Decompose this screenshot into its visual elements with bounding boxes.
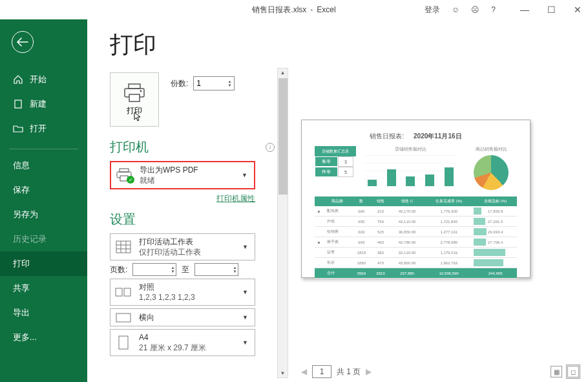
settings-section-title: 设置 [110, 211, 275, 228]
svg-point-4 [140, 90, 142, 92]
chevron-down-icon: ▼ [242, 244, 248, 250]
window-maximize[interactable]: ☐ [547, 5, 556, 15]
print-preview-page: 销售日报表: 2020年11月16日 店铺数量汇总表 客单3 件单5 店铺销售额… [301, 120, 530, 278]
show-margins-button[interactable]: ▦ [551, 366, 562, 377]
sidebar-item-open[interactable]: 打开 [0, 116, 87, 141]
orientation-dropdown[interactable]: 横向 ▼ [110, 308, 255, 326]
svg-rect-1 [129, 84, 140, 89]
svg-rect-12 [119, 336, 128, 349]
titlebar: 销售日报表.xlsx - Excel 登录 ☺ ☹ ? — ☐ ✕ [0, 0, 588, 19]
svg-rect-10 [124, 288, 131, 296]
page-to-input[interactable]: ▲▼ [194, 263, 238, 276]
info-icon[interactable]: i [266, 143, 275, 152]
paper-sub: 21 厘米 x 29.7 厘米 [139, 343, 236, 353]
printer-section-title: 打印机 [110, 138, 149, 156]
new-icon [13, 99, 23, 109]
paper-main: A4 [139, 332, 236, 343]
login-link[interactable]: 登录 [425, 5, 440, 16]
check-icon: ✓ [127, 176, 134, 184]
page-total-label: 共 1 页 [337, 366, 361, 377]
sidebar-item-home[interactable]: 开始 [0, 67, 87, 92]
chevron-down-icon: ▼ [242, 172, 247, 178]
paper-dropdown[interactable]: A4 21 厘米 x 29.7 厘米 ▼ [110, 329, 255, 356]
collate-main: 对照 [139, 282, 236, 292]
chevron-down-icon: ▼ [242, 289, 248, 295]
collate-icon [114, 286, 132, 298]
sidebar-item-label: 共享 [13, 282, 30, 294]
face-sad-icon[interactable]: ☹ [471, 5, 479, 14]
sidebar-item-label: 开始 [30, 74, 47, 85]
window-close[interactable]: ✕ [574, 5, 582, 15]
settings-scrollbar[interactable]: ▲ ▼ [277, 68, 288, 378]
collate-sub: 1,2,3 1,2,3 1,2,3 [139, 292, 236, 302]
svg-rect-0 [15, 100, 21, 108]
window-minimize[interactable]: — [520, 5, 529, 15]
prev-page-button[interactable]: ◀ [301, 367, 307, 376]
scope-main: 打印活动工作表 [139, 237, 236, 247]
sidebar-item-label: 更多... [13, 332, 37, 343]
sidebar-item-new[interactable]: 新建 [0, 92, 87, 116]
help-icon[interactable]: ? [491, 5, 496, 14]
file-name: 销售日报表.xlsx [252, 5, 306, 16]
sidebar-item-history: 历史记录 [0, 227, 87, 251]
app-name: Excel [317, 5, 335, 14]
spinner-icon[interactable]: ▲▼ [233, 266, 236, 273]
page-number-input[interactable]: 1 [312, 365, 331, 378]
sidebar-item-saveas[interactable]: 另存为 [0, 202, 87, 227]
sidebar-item-label: 导出 [13, 307, 30, 319]
page-from-input[interactable]: ▲▼ [132, 263, 176, 276]
chevron-down-icon: ▼ [242, 339, 248, 346]
copies-value: 1 [196, 79, 201, 88]
sidebar-item-print[interactable]: 打印 [0, 251, 87, 276]
backstage-sidebar: 开始 新建 打开 信息 保存 另存为 历史记录 打印 共享 导出 更多... [0, 19, 87, 382]
svg-rect-8 [116, 241, 131, 253]
preview-pie-chart [474, 155, 509, 190]
svg-rect-5 [120, 169, 129, 172]
print-scope-dropdown[interactable]: 打印活动工作表 仅打印活动工作表 ▼ [110, 233, 255, 260]
cursor-icon [134, 112, 143, 122]
chevron-down-icon: ▼ [242, 314, 248, 321]
print-button[interactable]: 打印 [110, 72, 159, 127]
scrollbar-thumb[interactable] [278, 78, 288, 195]
svg-rect-9 [116, 288, 122, 296]
orientation-icon [114, 312, 132, 323]
sidebar-item-label: 信息 [13, 160, 30, 171]
scroll-down-icon[interactable]: ▼ [280, 370, 286, 376]
spinner-icon[interactable]: ▲▼ [171, 266, 174, 273]
copies-input[interactable]: 1 ▲▼ [193, 76, 235, 90]
printer-dropdown[interactable]: ✓ 导出为WPS PDF 就绪 ▼ [110, 161, 255, 189]
svg-rect-11 [116, 313, 131, 322]
sidebar-item-label: 保存 [13, 184, 30, 196]
sidebar-item-info[interactable]: 信息 [0, 153, 87, 178]
sidebar-item-more[interactable]: 更多... [0, 325, 87, 350]
spinner-icon[interactable]: ▲▼ [227, 80, 231, 87]
page-title: 打印 [110, 29, 275, 61]
sidebar-item-share[interactable]: 共享 [0, 276, 87, 301]
collate-dropdown[interactable]: 对照 1,2,3 1,2,3 1,2,3 ▼ [110, 279, 255, 306]
pages-label: 页数: [110, 264, 127, 275]
printer-name: 导出为WPS PDF [140, 165, 235, 175]
sheet-icon [114, 240, 132, 253]
copies-label: 份数: [171, 78, 188, 89]
sidebar-item-save[interactable]: 保存 [0, 178, 87, 202]
sidebar-item-label: 打印 [13, 258, 30, 270]
printer-icon [123, 83, 145, 103]
pages-to-label: 至 [182, 264, 189, 275]
titlebar-title: 销售日报表.xlsx - Excel [252, 5, 335, 16]
face-smile-icon[interactable]: ☺ [452, 5, 459, 14]
sidebar-item-label: 历史记录 [13, 233, 47, 245]
page-icon [114, 335, 132, 350]
preview-bar-chart [364, 155, 457, 186]
printer-properties-link[interactable]: 打印机属性 [216, 194, 255, 203]
printer-status-icon: ✓ [115, 168, 133, 182]
preview-title: 销售日报表: 2020年11月16日 [315, 132, 517, 141]
kpi-header: 店铺数量汇总表 [315, 146, 356, 156]
svg-rect-3 [129, 94, 140, 101]
next-page-button[interactable]: ▶ [366, 367, 372, 376]
printer-status: 就绪 [140, 175, 235, 186]
zoom-to-page-button[interactable]: ◻ [567, 366, 579, 377]
back-button[interactable] [12, 31, 34, 53]
sidebar-item-label: 打开 [30, 123, 47, 134]
scroll-up-icon[interactable]: ▲ [280, 70, 286, 76]
sidebar-item-export[interactable]: 导出 [0, 301, 87, 325]
